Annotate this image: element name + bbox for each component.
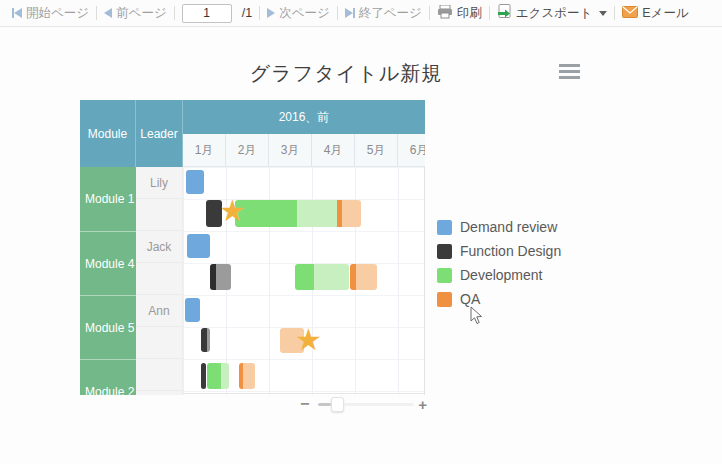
zoom-in-button[interactable]: + <box>418 397 427 412</box>
legend-swatch <box>437 244 452 259</box>
chart-title: グラフタイトル新規 <box>206 60 486 87</box>
zoom-out-button[interactable]: − <box>300 396 309 412</box>
plot-bottom-border <box>184 393 425 394</box>
legend-swatch <box>437 292 452 307</box>
zoom-slider-thumb[interactable] <box>331 397 344 412</box>
gantt-bar <box>239 363 255 389</box>
legend-label: Function Design <box>460 243 561 259</box>
leader-cell <box>136 359 182 395</box>
month-cell: 6月 <box>398 134 425 166</box>
month-cell: 2月 <box>226 134 269 166</box>
gantt-bar <box>350 264 377 290</box>
month-cell: 3月 <box>269 134 312 166</box>
prev-page-button[interactable]: 前ページ <box>97 5 174 22</box>
page-number-input[interactable] <box>182 4 232 23</box>
legend-label: QA <box>460 291 480 307</box>
legend-label: Demand review <box>460 219 557 235</box>
month-cell: 4月 <box>312 134 355 166</box>
module-column-header: Module <box>80 100 136 167</box>
gantt-table: Module Leader 2016、前 1月2月3月4月5月6月 Module… <box>80 100 425 395</box>
print-label: 印刷 <box>457 5 482 22</box>
gantt-bar <box>235 200 361 227</box>
page-total-label: /1 <box>242 6 252 20</box>
email-icon <box>622 6 638 21</box>
email-label: Eメール <box>642 5 688 22</box>
milestone-star-icon: ★ <box>219 196 246 226</box>
leader-empty-cell <box>136 263 182 295</box>
bar-segment <box>342 200 361 227</box>
gantt-bar <box>185 298 200 322</box>
leader-name <box>136 359 182 391</box>
month-cell: 5月 <box>355 134 398 166</box>
legend-item: Function Design <box>437 239 561 263</box>
last-page-icon <box>345 8 355 18</box>
gantt-bar <box>201 363 206 389</box>
bar-segment <box>295 264 314 290</box>
printer-icon <box>437 5 453 22</box>
leader-cell: Jack <box>136 231 182 295</box>
next-page-button[interactable]: 次ページ <box>260 5 337 22</box>
mouse-cursor <box>470 306 483 329</box>
legend-swatch <box>437 268 452 283</box>
leader-empty-cell <box>136 391 182 395</box>
module-column: Module 1Module 4Module 5Module 2 <box>80 167 136 395</box>
leader-name: Lily <box>136 167 182 199</box>
month-row: 1月2月3月4月5月6月 <box>183 134 425 167</box>
module-row-label: Module 2 <box>80 359 136 395</box>
first-page-label: 開始ページ <box>26 5 89 22</box>
legend-item: Demand review <box>437 215 561 239</box>
leader-empty-cell <box>136 199 182 231</box>
leader-name: Jack <box>136 231 182 263</box>
legend-item: Development <box>437 263 561 287</box>
hamburger-menu-icon[interactable] <box>559 64 580 82</box>
page-number-group: /1 <box>175 4 259 23</box>
export-label: エクスポート <box>516 5 592 22</box>
gantt-bar <box>295 264 349 290</box>
email-button[interactable]: Eメール <box>615 5 695 22</box>
bar-segment <box>216 264 231 290</box>
gantt-bar <box>187 234 210 258</box>
bar-segment <box>187 234 210 258</box>
export-button[interactable]: エクスポート <box>490 4 614 22</box>
bar-segment <box>207 328 210 352</box>
bar-segment <box>185 298 200 322</box>
next-page-icon <box>267 8 275 18</box>
leader-empty-cell <box>136 327 182 359</box>
period-header: 2016、前 <box>183 100 425 134</box>
gantt-bar <box>201 328 210 352</box>
leader-column-header: Leader <box>136 100 183 167</box>
gantt-bar <box>210 264 231 290</box>
module-row-label: Module 5 <box>80 295 136 359</box>
next-page-label: 次ページ <box>279 5 330 22</box>
module-row-label: Module 1 <box>80 167 136 231</box>
zoom-track[interactable] <box>344 403 414 406</box>
zoom-slider: − + <box>300 396 432 412</box>
zoom-track-filled[interactable] <box>318 403 331 406</box>
leader-cell: Ann <box>136 295 182 359</box>
first-page-button[interactable]: 開始ページ <box>5 5 96 22</box>
bar-segment <box>207 363 221 389</box>
bar-segment <box>186 170 204 194</box>
bar-segment <box>314 264 349 290</box>
last-page-label: 終了ページ <box>359 5 422 22</box>
gantt-bar <box>186 170 204 194</box>
legend-label: Development <box>460 267 543 283</box>
gantt-header: Module Leader 2016、前 1月2月3月4月5月6月 <box>80 100 425 167</box>
toolbar: 開始ページ 前ページ /1 次ページ 終了ページ 印刷 <box>0 0 722 27</box>
leader-name: Ann <box>136 295 182 327</box>
milestone-star-icon: ★ <box>295 325 322 355</box>
timeline-header: 2016、前 1月2月3月4月5月6月 <box>183 100 425 167</box>
bar-segment <box>243 363 255 389</box>
legend-swatch <box>437 220 452 235</box>
legend: Demand reviewFunction DesignDevelopmentQ… <box>437 215 561 311</box>
bar-segment <box>297 200 337 227</box>
bar-segment <box>356 264 377 290</box>
first-page-icon <box>12 8 22 18</box>
gantt-plot: ★★ <box>183 167 425 395</box>
leader-column: LilyJackAnn <box>136 167 183 395</box>
month-cell: 1月 <box>183 134 226 166</box>
leader-cell: Lily <box>136 167 182 231</box>
module-row-label: Module 4 <box>80 231 136 295</box>
last-page-button[interactable]: 終了ページ <box>338 5 429 22</box>
print-button[interactable]: 印刷 <box>430 5 489 22</box>
